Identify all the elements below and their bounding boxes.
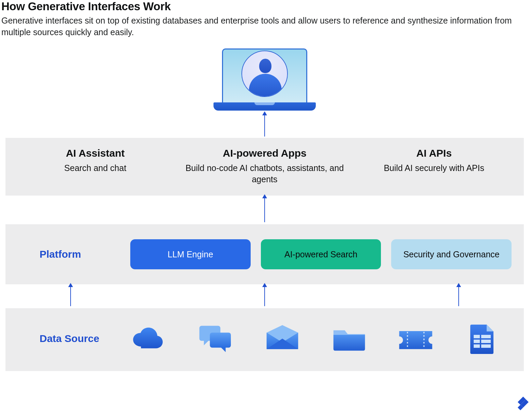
ai-apps-col: AI-powered Apps Build no-code AI chatbot… bbox=[182, 147, 348, 186]
arrow-up-icon bbox=[458, 286, 459, 306]
ai-assistant-title: AI Assistant bbox=[12, 147, 178, 159]
svg-rect-10 bbox=[474, 335, 480, 338]
ai-assistant-desc: Search and chat bbox=[12, 162, 178, 174]
svg-marker-3 bbox=[220, 347, 225, 352]
svg-rect-2 bbox=[210, 332, 231, 347]
diagram-subtitle: Generative interfaces sit on top of exis… bbox=[1, 15, 527, 38]
data-source-label: Data Source bbox=[18, 333, 120, 344]
ai-apps-title: AI-powered Apps bbox=[182, 147, 348, 159]
svg-rect-13 bbox=[481, 340, 491, 343]
brand-mark-icon bbox=[516, 396, 531, 411]
svg-marker-1 bbox=[204, 340, 209, 345]
ai-layer: AI Assistant Search and chat AI-powered … bbox=[5, 138, 524, 196]
svg-rect-15 bbox=[481, 344, 491, 348]
pill-ai-search: AI-powered Search bbox=[261, 239, 381, 269]
laptop-icon bbox=[213, 48, 316, 113]
mail-icon bbox=[264, 323, 301, 354]
platform-layer: Platform LLM Engine AI-powered Search Se… bbox=[5, 224, 524, 284]
diagram-title: How Generative Interfaces Work bbox=[1, 0, 532, 13]
pill-llm-engine: LLM Engine bbox=[130, 239, 251, 269]
ai-assistant-col: AI Assistant Search and chat bbox=[12, 147, 178, 186]
chat-icon bbox=[197, 323, 235, 354]
arrow-up-icon bbox=[264, 115, 265, 137]
svg-rect-12 bbox=[474, 340, 480, 343]
user-avatar-icon bbox=[241, 51, 288, 97]
svg-rect-14 bbox=[474, 344, 480, 348]
folder-icon bbox=[330, 323, 368, 354]
arrow-up-icon bbox=[264, 198, 265, 222]
pill-security-governance: Security and Governance bbox=[391, 239, 512, 269]
data-source-layer: Data Source bbox=[5, 308, 524, 371]
spreadsheet-icon bbox=[464, 323, 501, 354]
cloud-icon bbox=[130, 323, 168, 354]
ai-apis-desc: Build AI securely with APIs bbox=[351, 162, 517, 174]
platform-label: Platform bbox=[18, 248, 120, 260]
ai-apis-col: AI APIs Build AI securely with APIs bbox=[351, 147, 517, 186]
svg-marker-9 bbox=[487, 325, 493, 331]
arrow-up-icon bbox=[264, 286, 265, 306]
user-illustration bbox=[2, 48, 527, 113]
diagram-body: AI Assistant Search and chat AI-powered … bbox=[2, 48, 527, 371]
arrow-up-icon bbox=[70, 286, 71, 306]
ai-apps-desc: Build no-code AI chatbots, assistants, a… bbox=[182, 162, 348, 186]
svg-rect-11 bbox=[481, 335, 491, 338]
arrow-row bbox=[5, 286, 524, 306]
ticket-icon bbox=[397, 323, 434, 354]
ai-apis-title: AI APIs bbox=[351, 147, 517, 159]
